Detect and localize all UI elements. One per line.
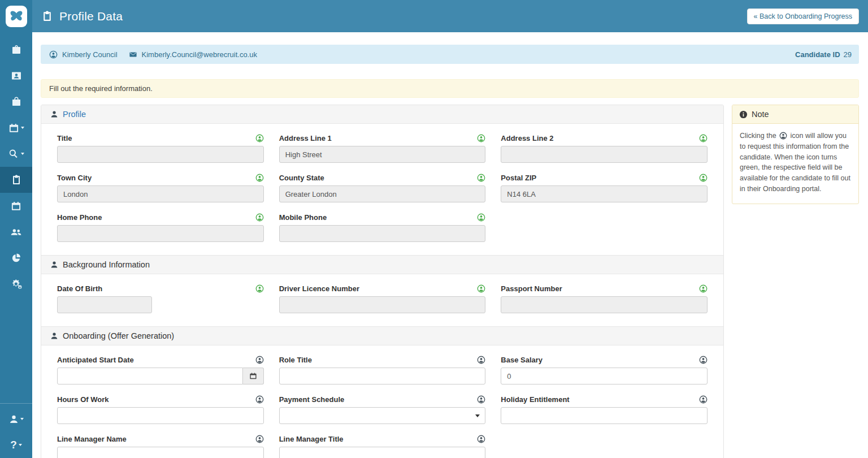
request-info-icon[interactable] (477, 213, 485, 222)
address-line-2-input[interactable] (501, 146, 708, 163)
request-info-icon[interactable] (699, 134, 708, 142)
postal-zip-input[interactable] (501, 185, 708, 202)
butterfly-logo-icon (6, 6, 27, 27)
date-of-birth-input[interactable] (57, 296, 152, 313)
request-info-icon[interactable] (255, 395, 264, 404)
sidebar-item-calendar-menu[interactable] (0, 115, 32, 141)
back-to-onboarding-button[interactable]: « Back to Onboarding Progress (747, 8, 859, 24)
address-line-1-input[interactable] (279, 146, 486, 163)
candidate-id-group: Candidate ID 29 (795, 50, 852, 59)
request-info-icon[interactable] (255, 213, 264, 222)
calendar-icon (11, 201, 21, 211)
driver-licence-number-input[interactable] (279, 296, 486, 313)
mobile-phone-input[interactable] (279, 225, 486, 242)
profile-data-panel: Profile Title Address Line 1 (41, 105, 724, 458)
line-manager-title-input[interactable] (279, 447, 486, 458)
field-base-salary: Base Salary (501, 356, 708, 384)
field-label: Mobile Phone (279, 213, 327, 222)
onboarding-fields: Anticipated Start Date Role Title (41, 345, 723, 458)
candidate-email[interactable]: Kimberly.Council@webrecruit.co.uk (142, 50, 257, 59)
field-holiday-entitlement: Holiday Entitlement (501, 395, 708, 424)
field-label: Payment Schedule (279, 395, 345, 404)
sidebar-item-candidates[interactable] (0, 63, 32, 89)
clipboard-icon (41, 10, 53, 22)
field-label: Title (57, 134, 72, 142)
field-label: Driver Licence Number (279, 284, 359, 293)
sidebar-bottom: ? (0, 403, 32, 458)
chevron-down-icon (21, 153, 24, 155)
user-icon (779, 132, 787, 140)
sidebar-item-placements[interactable] (0, 89, 32, 115)
town-city-input[interactable] (57, 185, 264, 202)
field-mobile-phone: Mobile Phone (279, 213, 486, 242)
role-title-input[interactable] (279, 368, 486, 384)
anticipated-start-date-input[interactable] (57, 368, 243, 384)
passport-number-input[interactable] (501, 296, 708, 313)
request-info-icon[interactable] (477, 174, 485, 182)
request-info-icon[interactable] (255, 356, 264, 364)
base-salary-input[interactable] (501, 368, 708, 384)
chevron-down-icon (20, 418, 24, 420)
hours-of-work-input[interactable] (57, 407, 264, 424)
field-payment-schedule: Payment Schedule (279, 395, 486, 424)
briefcase-icon (11, 44, 22, 55)
payment-schedule-select[interactable] (279, 407, 486, 424)
request-info-icon[interactable] (699, 284, 708, 293)
home-phone-input[interactable] (57, 225, 264, 242)
candidate-email-group[interactable]: Kimberly.Council@webrecruit.co.uk (128, 50, 257, 59)
field-address-line-1: Address Line 1 (279, 134, 486, 163)
sidebar: ? (0, 0, 32, 458)
request-info-icon[interactable] (477, 435, 485, 443)
section-title: Background Information (63, 260, 150, 269)
request-info-icon[interactable] (477, 134, 485, 142)
request-info-icon[interactable] (255, 134, 264, 142)
holiday-entitlement-input[interactable] (501, 407, 708, 424)
background-fields: Date Of Birth Driver Licence Number (41, 274, 723, 326)
request-info-icon[interactable] (255, 435, 264, 443)
id-card-icon (11, 70, 22, 81)
request-info-icon[interactable] (699, 356, 708, 364)
field-line-manager-name: Line Manager Name (57, 435, 264, 458)
field-label: Town City (57, 174, 92, 182)
field-date-of-birth: Date Of Birth (57, 284, 264, 313)
candidate-name: Kimberly Council (62, 50, 118, 59)
county-state-input[interactable] (279, 185, 486, 202)
user-icon (50, 110, 58, 118)
request-info-icon[interactable] (699, 395, 708, 404)
sidebar-nav (0, 37, 32, 297)
sidebar-item-search-menu[interactable] (0, 141, 32, 167)
request-info-icon[interactable] (255, 174, 264, 182)
chevron-down-icon (21, 127, 24, 129)
sidebar-item-profile-data[interactable] (0, 167, 32, 193)
field-label: Postal ZIP (501, 174, 536, 182)
user-icon (49, 50, 58, 59)
datepicker-button[interactable] (243, 368, 264, 384)
line-manager-name-input[interactable] (57, 447, 264, 458)
candidate-info-bar: Kimberly Council Kimberly.Council@webrec… (41, 45, 859, 64)
field-passport-number: Passport Number (501, 284, 708, 313)
request-info-icon[interactable] (255, 284, 264, 293)
request-info-icon[interactable] (477, 356, 485, 364)
field-home-phone: Home Phone (57, 213, 264, 242)
sidebar-item-reports[interactable] (0, 245, 32, 271)
user-icon (9, 414, 19, 424)
field-postal-zip: Postal ZIP (501, 174, 708, 202)
sidebar-item-account[interactable] (0, 406, 32, 432)
note-body: Clicking the icon will allow you to requ… (732, 124, 858, 204)
sidebar-item-settings[interactable] (0, 271, 32, 297)
request-info-icon[interactable] (477, 395, 485, 404)
sidebar-item-help[interactable]: ? (0, 432, 32, 458)
sidebar-item-users[interactable] (0, 219, 32, 245)
section-header-profile: Profile (41, 105, 723, 124)
title-input[interactable] (57, 146, 264, 163)
section-title: Profile (63, 110, 86, 119)
question-icon: ? (10, 439, 17, 451)
sidebar-item-schedule[interactable] (0, 193, 32, 219)
field-town-city: Town City (57, 174, 264, 202)
request-info-icon[interactable] (477, 284, 485, 293)
request-info-icon[interactable] (699, 174, 708, 182)
app-logo[interactable] (0, 0, 32, 32)
users-icon (10, 226, 22, 238)
sidebar-item-jobs[interactable] (0, 37, 32, 63)
field-label: Date Of Birth (57, 284, 102, 293)
